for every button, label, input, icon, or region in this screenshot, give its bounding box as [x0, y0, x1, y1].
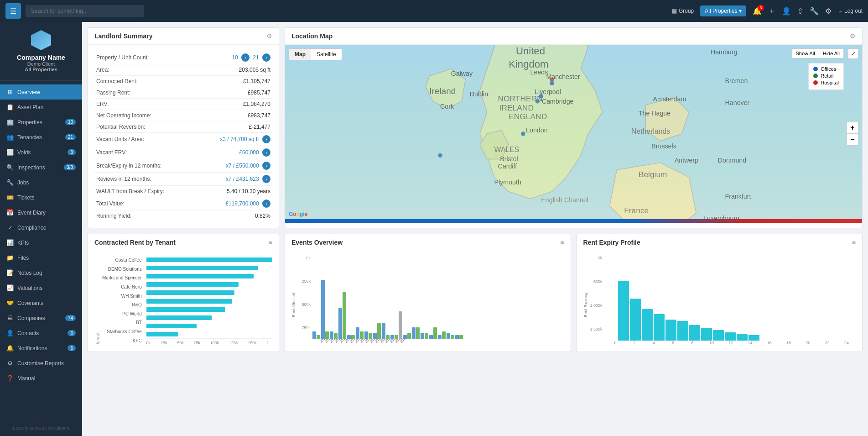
chevron-icon[interactable]: ›	[262, 200, 270, 208]
expand-map-button[interactable]: ⤢	[848, 48, 858, 59]
hide-all-button[interactable]: Hide All	[819, 49, 843, 58]
global-search-input[interactable]	[26, 5, 144, 17]
sidebar-item-compliance[interactable]: ✓ Compliance	[0, 220, 82, 235]
footer-tagline: property software developers	[5, 425, 77, 431]
rent-expiry-menu-icon[interactable]: ≡	[852, 239, 856, 246]
menu-hamburger-button[interactable]: ☰	[5, 3, 21, 19]
nav-right-section: ▦ Group All Properties ▾ 🔔 3 ＋ 👤 ⇧ 🔧 ⚙ ⤷…	[672, 5, 863, 16]
all-properties-label: All Properties ▾	[705, 8, 742, 14]
map-tab-map[interactable]: Map	[289, 49, 311, 60]
event-bar-green	[395, 335, 398, 339]
event-bar-group	[312, 331, 320, 339]
events-menu-icon[interactable]: ≡	[560, 239, 564, 246]
summary-value: 203,005 sq ft	[196, 64, 272, 76]
svg-text:Galway: Galway	[451, 70, 473, 78]
sidebar-item-files[interactable]: 📁 Files	[0, 250, 82, 265]
summary-label: Total Value:	[94, 197, 196, 210]
sidebar-item-valuations[interactable]: 📈 Valuations	[0, 280, 82, 295]
show-all-button[interactable]: Show All	[792, 49, 819, 58]
event-bar-green	[325, 331, 329, 339]
location-map-gear-icon[interactable]: ⚙	[850, 32, 856, 40]
events-overview-title: Events Overview	[291, 239, 343, 246]
sidebar-item-properties[interactable]: 🏢 Properties 10	[0, 115, 82, 130]
all-properties-button[interactable]: All Properties ▾	[700, 5, 746, 16]
events-x-label: 2019 Q2	[329, 339, 335, 344]
sidebar-item-contacts[interactable]: 👤 Contacts 6	[0, 326, 82, 341]
table-row: Passing Rent:£985,747	[94, 87, 272, 99]
event-bar-group	[338, 292, 346, 339]
tenant-label: WH Smith	[102, 293, 142, 299]
events-bars-row	[312, 256, 564, 339]
contracted-rent-menu-icon[interactable]: ≡	[269, 239, 272, 246]
chevron-icon[interactable]: ›	[262, 162, 270, 170]
sidebar-item-notes-log[interactable]: 📝 Notes Log	[0, 265, 82, 280]
sidebar-item-event-diary[interactable]: 📅 Event Diary	[0, 205, 82, 220]
nav-icon-properties: 🏢	[6, 119, 14, 126]
svg-text:Bristol: Bristol	[500, 155, 518, 163]
svg-text:Cork: Cork	[440, 103, 454, 110]
rent-x-label: 6	[664, 341, 682, 345]
event-bar-blue	[382, 323, 385, 339]
sidebar-item-kpis[interactable]: 📊 KPIs	[0, 235, 82, 250]
rent-x-label: 16	[760, 341, 779, 345]
sidebar-item-covenants[interactable]: 🤝 Covenants	[0, 295, 82, 310]
rent-x-label: 0	[606, 341, 624, 345]
sidebar-item-tickets[interactable]: 🎫 Tickets	[0, 190, 82, 205]
sidebar-item-companies[interactable]: 🏛 Companies 74	[0, 310, 82, 326]
arrow-right-icon2[interactable]: ›	[262, 53, 270, 62]
landlord-summary-gear-icon[interactable]: ⚙	[266, 32, 272, 40]
svg-text:Hamburg: Hamburg	[711, 48, 737, 56]
sidebar-item-jobs[interactable]: 🔧 Jobs	[0, 175, 82, 190]
nav-badge-inspections: 3/3	[64, 164, 76, 170]
hamburger-icon: ☰	[10, 7, 16, 16]
sidebar-item-overview[interactable]: ⊞ Overview	[0, 84, 82, 100]
share-icon[interactable]: ⇧	[797, 7, 803, 16]
zoom-out-button[interactable]: −	[847, 134, 858, 146]
rent-y-label-item: 0k	[588, 256, 603, 260]
add-icon[interactable]: ＋	[768, 6, 775, 16]
tenant-bar-row	[146, 265, 272, 271]
tools-icon[interactable]: 🔧	[810, 7, 819, 16]
sidebar-item-manual[interactable]: ❓ Manual	[0, 371, 82, 386]
nav-icon-overview: ⊞	[6, 89, 14, 95]
summary-label: Reviews in 12 months:	[94, 173, 196, 186]
event-bar-blue	[347, 335, 351, 339]
sidebar-item-asset-plan[interactable]: 📋 Asset Plan	[0, 100, 82, 115]
location-map-card: Location Map ⚙	[285, 27, 863, 228]
arrow-right-icon[interactable]: ›	[241, 53, 249, 62]
user-icon[interactable]: 👤	[782, 7, 791, 16]
group-selector[interactable]: ▦ Group	[672, 8, 694, 14]
event-bar-group	[447, 333, 454, 339]
settings-icon[interactable]: ⚙	[825, 7, 832, 16]
table-row: ERV:£1,084,270	[94, 99, 272, 110]
chevron-icon[interactable]: ›	[262, 148, 270, 157]
svg-text:Ireland: Ireland	[429, 86, 456, 96]
chevron-icon[interactable]: ›	[262, 135, 270, 143]
map-tab-satellite[interactable]: Satellite	[311, 49, 342, 60]
sidebar-item-notifications[interactable]: 🔔 Notifications 5	[0, 341, 82, 356]
svg-text:Amsterdam: Amsterdam	[653, 95, 686, 103]
summary-label: Area:	[94, 64, 196, 76]
event-bar-blue	[364, 331, 368, 339]
group-icon: ▦	[672, 8, 677, 14]
svg-text:Plymouth: Plymouth	[494, 179, 521, 186]
logout-button[interactable]: ⤷ Log out	[838, 8, 863, 14]
logout-icon: ⤷	[838, 8, 842, 14]
zoom-in-button[interactable]: +	[847, 122, 858, 134]
nav-label-asset-plan: Asset Plan	[17, 104, 43, 110]
sidebar-item-tenancies[interactable]: 👥 Tenancies 21	[0, 130, 82, 145]
sidebar-item-customise-reports[interactable]: ⚙ Customise Reports	[0, 356, 82, 371]
event-bar-blue	[455, 335, 459, 339]
sidebar-item-inspections[interactable]: 🔍 Inspections 3/3	[0, 160, 82, 175]
events-x-label: 2020 Q4	[359, 339, 365, 344]
x-axis-label: 100k	[210, 341, 219, 345]
event-bar-green	[369, 333, 372, 339]
chevron-icon[interactable]: ›	[262, 175, 270, 183]
landlord-summary-body: Property / Unit Count: 10 › 21 › Area:20…	[88, 45, 279, 228]
nav-icon-notifications: 🔔	[6, 345, 14, 352]
nav-label-companies: Companies	[17, 315, 45, 321]
sidebar-item-voids[interactable]: ⬜ Voids 3	[0, 145, 82, 160]
rent-bar	[630, 299, 641, 341]
events-chart-inner: Rent Affected 750k500k250k0k 2018 Q42019…	[291, 256, 564, 345]
notifications-bell[interactable]: 🔔 3	[753, 7, 762, 16]
